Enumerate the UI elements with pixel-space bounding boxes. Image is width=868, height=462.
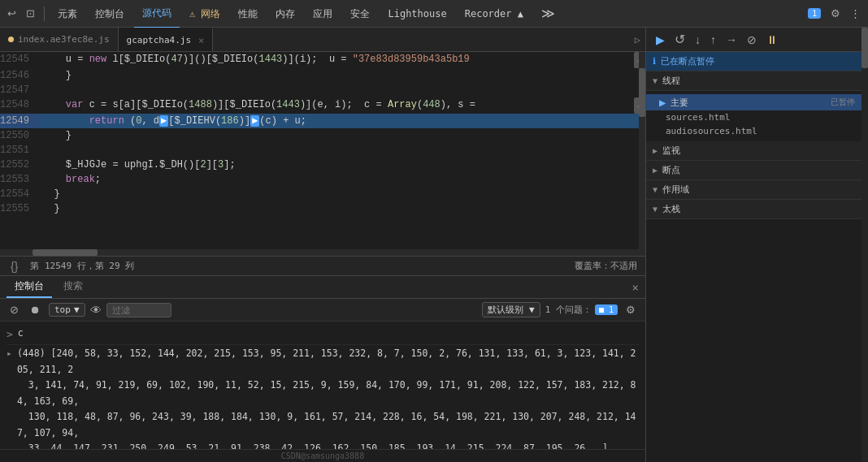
inspect-icon[interactable]: ⊡ — [22, 6, 39, 21]
issues-text: 1 个问题： — [545, 304, 592, 316]
watch-section-header[interactable]: ▶ 监视 — [646, 141, 868, 161]
code-line-12545: 12545 u = new l[$_DIEIo(47)]()[$_DIEIo(1… — [0, 52, 645, 68]
thread-audiosources[interactable]: audiosources.html — [646, 124, 868, 138]
step-button[interactable]: → — [723, 32, 740, 48]
file-tab-gcaptcha[interactable]: gcaptcha4.js × — [119, 28, 214, 51]
line-content-12545: u = new l[$_DIEIo(47)]()[$_DIEIo(1443)](… — [39, 52, 631, 68]
console-line-2: ▸ (448) [240, 58, 33, 152, 144, 202, 215… — [7, 345, 639, 449]
left-panel: index.ae3fec8e.js gcaptcha4.js × ▷ 12545… — [0, 28, 646, 462]
menu-lighthouse[interactable]: Lighthouse — [380, 0, 454, 28]
console-line-1: > c — [7, 325, 639, 345]
menu-sources[interactable]: 源代码 — [134, 0, 180, 28]
expand-array-icon[interactable]: ▸ — [7, 346, 12, 362]
line-content-12555: } — [39, 201, 645, 216]
deactivate-button[interactable]: ⊘ — [744, 32, 760, 48]
line-content-12550: } — [39, 128, 645, 143]
menu-elements[interactable]: 元素 — [50, 0, 85, 28]
right-panel-content: ℹ 已在断点暂停 ▼ 线程 ▶ 主要 已暂停 sources.html audi… — [646, 52, 868, 462]
h-scroll-thumb — [33, 249, 98, 256]
level-selector[interactable]: 默认级别 ▼ — [482, 302, 540, 317]
line-num-12553: 12553 — [0, 172, 39, 187]
file-tab-index[interactable]: index.ae3fec8e.js — [0, 28, 119, 51]
thread-main-label: 主要 — [671, 97, 826, 109]
issues-count: ■ 1 — [595, 304, 618, 315]
console-tabs: 控制台 搜索 × — [0, 276, 645, 299]
code-line-12553: 12553 break; — [0, 172, 645, 187]
more-icon[interactable]: ⋮ — [846, 6, 865, 21]
vertical-scrollbar[interactable] — [639, 52, 645, 249]
context-selector[interactable]: top ▼ — [49, 303, 85, 317]
debugger-toolbar: ▶ ↺ ↓ ↑ → ⊘ ⏸ — [646, 28, 868, 52]
line-num-12554: 12554 — [0, 187, 39, 201]
back-icon[interactable]: ↩ — [3, 6, 20, 21]
line-content-12547 — [39, 83, 645, 97]
menu-console[interactable]: 控制台 — [87, 0, 132, 28]
line-num-12545: 12545 — [0, 52, 39, 68]
modified-dot — [8, 37, 14, 42]
threads-label: 线程 — [662, 75, 680, 87]
level-label: 默认级别 — [488, 304, 523, 315]
scope-section-header[interactable]: ▼ 作用域 — [646, 180, 868, 200]
threads-section-header[interactable]: ▼ 线程 — [646, 71, 868, 91]
console-close-icon[interactable]: × — [632, 281, 639, 294]
step-over-button[interactable]: ↺ — [671, 30, 688, 49]
menu-recorder[interactable]: Recorder ▲ — [457, 0, 532, 28]
thread-main[interactable]: ▶ 主要 已暂停 — [646, 94, 868, 110]
code-line-12550: 12550 } — [0, 128, 645, 143]
horizontal-scrollbar[interactable] — [0, 249, 645, 256]
breakpoints-section-header[interactable]: ▶ 断点 — [646, 161, 868, 180]
code-line-12551: 12551 — [0, 143, 645, 158]
console-text-1: c — [18, 326, 639, 342]
settings-icon[interactable]: 1 — [804, 6, 825, 20]
step-out-button[interactable]: ↑ — [707, 32, 719, 48]
tab-overflow-arrow[interactable]: ▷ — [630, 34, 645, 45]
threads-content: ▶ 主要 已暂停 sources.html audiosources.html — [646, 91, 868, 141]
menu-security[interactable]: 安全 — [342, 0, 378, 28]
menu-network[interactable]: ⚠ 网络 — [181, 0, 228, 28]
menu-memory[interactable]: 内存 — [267, 0, 303, 28]
file-tab-index-label: index.ae3fec8e.js — [18, 34, 110, 45]
eye-icon: 👁 — [90, 304, 102, 317]
code-line-12548: 12548 var c = s[a][$_DIEIo(1488)][$_DIEI… — [0, 97, 645, 114]
top-toolbar: ↩ ⊡ 元素 控制台 源代码 ⚠ 网络 性能 内存 应用 安全 Lighthou… — [0, 0, 868, 28]
callstack-section-header[interactable]: ▼ 太栈 — [646, 200, 868, 219]
menu-performance[interactable]: 性能 — [230, 0, 266, 28]
code-area: 12545 u = new l[$_DIEIo(47)]()[$_DIEIo(1… — [0, 52, 645, 256]
line-num-12549: 12549 — [0, 114, 39, 128]
stop-on-error-icon[interactable]: ⏺ — [27, 302, 44, 317]
paused-header: ℹ 已在断点暂停 — [646, 52, 868, 71]
pause-on-exception-button[interactable]: ⏸ — [763, 32, 781, 48]
console-settings-icon[interactable]: ⚙ — [623, 302, 639, 317]
clear-console-icon[interactable]: ⊘ — [7, 302, 22, 317]
scope-chevron-icon: ▼ — [653, 185, 658, 194]
console-toolbar: ⊘ ⏺ top ▼ 👁 默认级别 ▼ 1 个问题： ■ 1 ⚙ — [0, 299, 645, 322]
status-bar: {} 第 12549 行，第 29 列 覆盖率：不适用 — [0, 256, 645, 275]
status-braces-icon[interactable]: {} — [8, 260, 20, 273]
menu-app[interactable]: 应用 — [305, 0, 341, 28]
close-tab-icon[interactable]: × — [198, 35, 204, 46]
tab-console[interactable]: 控制台 — [7, 276, 52, 298]
code-lines: 12545 u = new l[$_DIEIo(47)]()[$_DIEIo(1… — [0, 52, 645, 216]
right-scrollbar[interactable] — [861, 28, 868, 462]
menu-more[interactable]: ≫ — [533, 0, 563, 28]
resume-button[interactable]: ▶ — [653, 32, 668, 48]
coverage-label: 覆盖率：不适用 — [575, 260, 637, 272]
line-content-12549: return (0, d▶[$_DIEHV(186)]▶(c) + u; — [39, 114, 645, 128]
chevron-down-icon: ▼ — [74, 304, 80, 315]
scroll-thumb — [639, 68, 645, 117]
step-into-button[interactable]: ↓ — [692, 32, 704, 48]
line-num-12550: 12550 — [0, 128, 39, 143]
context-label: top — [54, 304, 71, 315]
gear-icon[interactable]: ⚙ — [827, 6, 844, 21]
line-num-12547: 12547 — [0, 83, 39, 97]
breakpoints-label: 断点 — [662, 164, 680, 176]
tab-search[interactable]: 搜索 — [55, 276, 91, 298]
issues-badge: 1 个问题： ■ 1 — [545, 304, 618, 316]
line-num-12548: 12548 — [0, 97, 39, 114]
thread-sources[interactable]: sources.html — [646, 110, 868, 124]
line-content-12552: $_HJGJe = uphgI.$_DH()[2][3]; — [39, 158, 645, 172]
filter-input[interactable] — [106, 303, 171, 317]
watch-label: 监视 — [662, 145, 680, 157]
code-line-12549: 12549 return (0, d▶[$_DIEHV(186)]▶(c) + … — [0, 114, 645, 128]
threads-chevron-icon: ▼ — [653, 76, 658, 85]
